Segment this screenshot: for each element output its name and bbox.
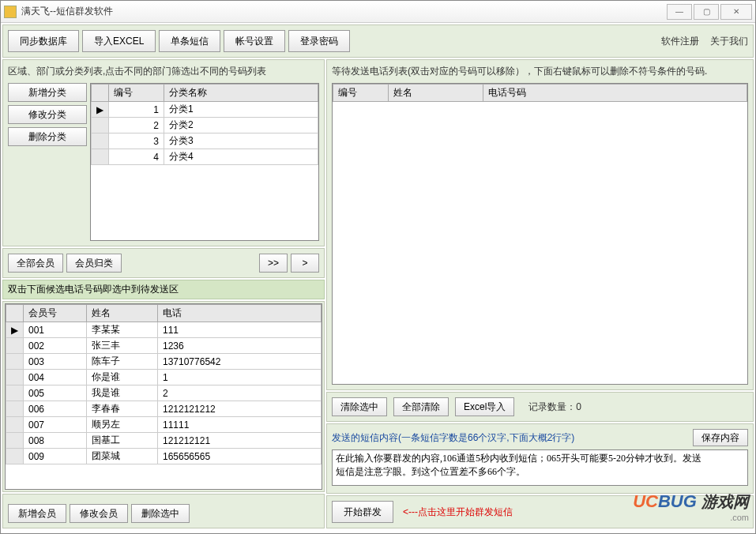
- member-header-name: 姓名: [87, 305, 158, 322]
- pending-header-id: 编号: [333, 85, 389, 102]
- delete-category-button[interactable]: 删除分类: [8, 127, 87, 146]
- pending-grid[interactable]: 编号 姓名 电话号码: [332, 83, 748, 385]
- about-us-link[interactable]: 关于我们: [710, 35, 748, 48]
- category-description: 区域、部门或分类列表,点击不同的部门筛选出不同的号码列表: [8, 65, 319, 78]
- clear-selected-button[interactable]: 清除选中: [332, 397, 387, 416]
- delete-selected-member-button[interactable]: 删除选中: [131, 504, 190, 523]
- clear-all-button[interactable]: 全部清除: [393, 397, 449, 416]
- start-send-button[interactable]: 开始群发: [332, 501, 393, 523]
- table-row[interactable]: 008国基工121212121: [6, 433, 322, 449]
- member-toolbar-panel: 全部会员 会员归类 >> >: [2, 248, 325, 278]
- pending-header-phone: 电话号码: [483, 85, 747, 102]
- record-count: 记录数量：0: [528, 400, 581, 414]
- table-row[interactable]: 007顺另左11111: [6, 417, 322, 433]
- move-all-button[interactable]: >>: [259, 254, 288, 273]
- table-row[interactable]: 009团菜城165656565: [6, 449, 322, 464]
- new-category-button[interactable]: 新增分类: [8, 83, 87, 102]
- login-password-button[interactable]: 登录密码: [288, 30, 350, 52]
- category-header-id: 编号: [109, 85, 164, 102]
- category-panel: 区域、部门或分类列表,点击不同的部门筛选出不同的号码列表 新增分类 修改分类 删…: [2, 59, 325, 246]
- pending-actions-panel: 清除选中 全部清除 Excel导入 记录数量：0: [326, 392, 754, 422]
- send-panel: 开始群发 <---点击这里开始群发短信: [326, 495, 754, 528]
- category-header-name: 分类名称: [164, 85, 318, 102]
- title-bar: 满天飞--短信群发软件 — ▢ ✕: [1, 1, 755, 23]
- table-row[interactable]: ▶1分类1: [92, 102, 318, 118]
- edit-member-button[interactable]: 修改会员: [70, 504, 128, 523]
- save-content-button[interactable]: 保存内容: [693, 429, 748, 446]
- message-panel: 发送的短信内容(一条短信字数是66个汉字,下面大概2行字) 保存内容: [326, 423, 754, 494]
- pending-header-name: 姓名: [389, 85, 483, 102]
- send-hint: <---点击这里开始群发短信: [403, 506, 513, 519]
- edit-category-button[interactable]: 修改分类: [8, 105, 87, 124]
- message-textarea[interactable]: [332, 449, 748, 486]
- member-header-phone: 电话: [158, 305, 322, 322]
- table-row[interactable]: 003陈车子13710776542: [6, 354, 322, 370]
- window-title: 满天飞--短信群发软件: [21, 5, 667, 18]
- table-row[interactable]: 4分类4: [92, 149, 318, 165]
- all-members-button[interactable]: 全部会员: [8, 254, 63, 273]
- member-bottom-panel: 新增会员 修改会员 删除选中: [2, 494, 325, 528]
- excel-import-button[interactable]: Excel导入: [455, 397, 514, 416]
- category-grid[interactable]: 编号 分类名称 ▶1分类12分类23分类34分类4: [90, 83, 319, 241]
- app-icon: [4, 6, 17, 18]
- account-settings-button[interactable]: 帐号设置: [224, 30, 285, 52]
- pending-description: 等待发送电话列表(双击对应的号码可以移除），下面右键鼠标可以删除不符号条件的号码…: [332, 65, 748, 78]
- single-sms-button[interactable]: 单条短信: [159, 30, 220, 52]
- main-toolbar: 同步数据库 导入EXCEL 单条短信 帐号设置 登录密码 软件注册 关于我们: [2, 24, 754, 58]
- message-title: 发送的短信内容(一条短信字数是66个汉字,下面大概2行字): [332, 431, 693, 445]
- sync-db-button[interactable]: 同步数据库: [8, 30, 79, 52]
- member-grid[interactable]: 会员号 姓名 电话 ▶001李某某111002张三丰1236003陈车子1371…: [5, 303, 322, 490]
- member-group-button[interactable]: 会员归类: [66, 254, 122, 273]
- minimize-button[interactable]: —: [667, 4, 692, 20]
- member-header-id: 会员号: [24, 305, 87, 322]
- import-excel-button[interactable]: 导入EXCEL: [82, 30, 156, 52]
- pending-panel: 等待发送电话列表(双击对应的号码可以移除），下面右键鼠标可以删除不符号条件的号码…: [326, 59, 754, 390]
- table-row[interactable]: 2分类2: [92, 118, 318, 134]
- table-row[interactable]: ▶001李某某111: [6, 322, 322, 338]
- table-row[interactable]: 005我是谁2: [6, 385, 322, 401]
- table-row[interactable]: 002张三丰1236: [6, 338, 322, 354]
- software-register-link[interactable]: 软件注册: [661, 35, 699, 48]
- new-member-button[interactable]: 新增会员: [8, 504, 66, 523]
- double-click-hint: 双击下面候选电话号码即选中到待发送区: [2, 280, 325, 299]
- member-panel: 会员号 姓名 电话 ▶001李某某111002张三丰1236003陈车子1371…: [2, 301, 325, 492]
- move-one-button[interactable]: >: [291, 254, 319, 273]
- close-button[interactable]: ✕: [720, 4, 752, 20]
- table-row[interactable]: 004你是谁1: [6, 370, 322, 385]
- table-row[interactable]: 006李春春1212121212: [6, 401, 322, 417]
- maximize-button[interactable]: ▢: [694, 4, 719, 20]
- table-row[interactable]: 3分类3: [92, 134, 318, 149]
